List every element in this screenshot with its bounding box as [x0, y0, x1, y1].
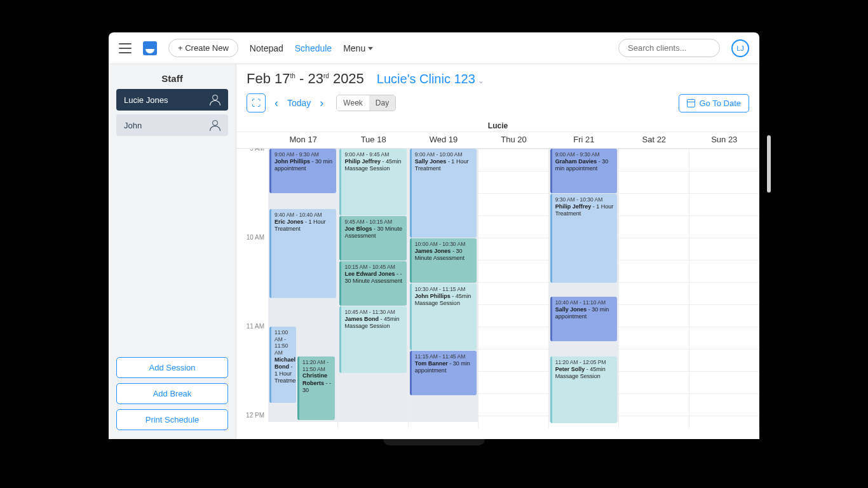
appointment[interactable]: 11:00 AM - 11:50 AMMichael Bond - 1 Hour… [269, 327, 296, 403]
today-button[interactable]: Today [287, 98, 311, 108]
nav-menu[interactable]: Menu [343, 43, 373, 53]
appointment[interactable]: 11:15 AM - 11:45 AMTom Banner - 30 min a… [410, 351, 477, 395]
prev-arrow[interactable]: ‹ [272, 97, 281, 110]
day-column-thu[interactable] [478, 149, 548, 428]
time-column: 9 AM 10 AM 11 AM 12 PM [236, 149, 268, 428]
calendar-grid[interactable]: 9 AM 10 AM 11 AM 12 PM 9:00 AM - 9:30 AM… [236, 149, 759, 428]
search-input[interactable] [618, 39, 720, 57]
chevron-down-icon [368, 47, 373, 50]
sidebar-title: Staff [116, 73, 228, 84]
appointment[interactable]: 9:00 AM - 9:30 AMJohn Phillips - 30 min … [269, 149, 336, 193]
nav-schedule[interactable]: Schedule [295, 43, 332, 53]
day-column-fri[interactable]: 9:00 AM - 9:30 AMGraham Davies - 30 min … [549, 149, 619, 428]
day-column-sat[interactable] [619, 149, 689, 428]
clinic-selector[interactable]: Lucie's Clinic 123⌄ [377, 72, 484, 86]
day-column-wed[interactable]: 9:00 AM - 10:00 AMSally Jones - 1 Hour T… [409, 149, 478, 428]
appointment[interactable]: 10:45 AM - 11:30 AMJames Bond - 45min Ma… [339, 306, 406, 373]
main: Feb 17th - 23rd 2025 Lucie's Clinic 123⌄… [236, 64, 759, 439]
day-header: Thu 20 [478, 132, 548, 148]
appointment[interactable]: 10:00 AM - 10:30 AMJames Jones - 30 Minu… [410, 238, 477, 283]
person-icon [209, 94, 220, 105]
day-column-sun[interactable] [689, 149, 759, 428]
add-break-button[interactable]: Add Break [116, 383, 228, 404]
day-column-mon[interactable]: 9:00 AM - 9:30 AMJohn Phillips - 30 min … [268, 149, 338, 428]
day-header-row: Mon 17 Tue 18 Wed 19 Thu 20 Fri 21 Sat 2… [236, 132, 759, 149]
day-header: Tue 18 [338, 132, 408, 148]
print-schedule-button[interactable]: Print Schedule [116, 409, 228, 430]
chevron-down-icon: ⌄ [478, 76, 484, 85]
goto-date-button[interactable]: Go To Date [679, 94, 749, 112]
day-column-tue[interactable]: 9:00 AM - 9:45 AMPhilip Jeffrey - 45min … [338, 149, 408, 428]
appointment[interactable]: 9:40 AM - 10:40 AMEric Jones - 1 Hour Tr… [269, 209, 336, 298]
person-icon [209, 119, 220, 131]
appointment[interactable]: 9:00 AM - 9:30 AMGraham Davies - 30 min … [550, 149, 617, 193]
create-new-button[interactable]: + Create New [168, 39, 238, 57]
day-header: Mon 17 [268, 132, 338, 148]
menu-hamburger-icon[interactable] [119, 43, 132, 53]
appointment[interactable]: 11:20 AM - 12:05 PMPeter Solly - 45min M… [550, 356, 617, 423]
appointment[interactable]: 10:40 AM - 11:10 AMSally Jones - 30 min … [550, 297, 617, 341]
appointment[interactable]: 9:00 AM - 10:00 AMSally Jones - 1 Hour T… [410, 149, 477, 238]
calendar-user-label: Lucie [236, 119, 759, 132]
date-range: Feb 17th - 23rd 2025 [247, 71, 364, 87]
staff-item-john[interactable]: John [116, 114, 228, 136]
day-header: Wed 19 [409, 132, 478, 148]
appointment[interactable]: 9:00 AM - 9:45 AMPhilip Jeffrey - 45min … [339, 149, 406, 215]
sidebar: Staff Lucie Jones John Add Session Add B… [109, 64, 236, 439]
view-switcher: Week Day [336, 95, 396, 111]
day-header: Fri 21 [549, 132, 619, 148]
appointment[interactable]: 9:30 AM - 10:30 AMPhilip Jeffrey - 1 Hou… [550, 194, 617, 283]
appointment[interactable]: 10:30 AM - 11:15 AMJohn Phillips - 45min… [410, 283, 477, 350]
user-avatar-button[interactable]: LJ [731, 39, 749, 57]
view-day[interactable]: Day [369, 95, 395, 111]
appointment[interactable]: 9:45 AM - 10:15 AMJoe Blogs - 30 Minute … [339, 216, 406, 261]
fullscreen-button[interactable]: ⛶ [247, 93, 266, 112]
appointment[interactable]: 11:20 AM - 11:50 AMChristine Roberts - -… [297, 356, 335, 420]
staff-item-lucie[interactable]: Lucie Jones [116, 89, 228, 111]
app-logo[interactable] [143, 41, 157, 55]
staff-name: Lucie Jones [124, 95, 168, 105]
topbar: + Create New Notepad Schedule Menu LJ [109, 32, 759, 64]
day-header: Sun 23 [689, 132, 759, 148]
day-header: Sat 22 [619, 132, 689, 148]
nav-notepad[interactable]: Notepad [250, 43, 283, 53]
appointment[interactable]: 10:15 AM - 10:45 AMLee Edward Jones - - … [339, 261, 406, 306]
add-session-button[interactable]: Add Session [116, 357, 228, 378]
next-arrow[interactable]: › [317, 97, 326, 110]
staff-name: John [124, 121, 142, 130]
view-week[interactable]: Week [337, 95, 369, 111]
calendar-icon [687, 99, 695, 107]
